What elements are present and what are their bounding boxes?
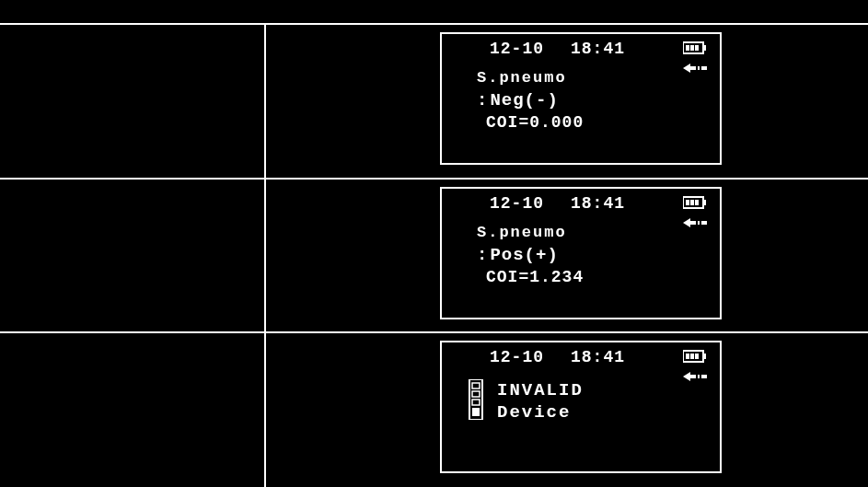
device-screen-neg: 12-10 18:41 <box>440 32 722 165</box>
svg-rect-9 <box>703 200 706 205</box>
svg-rect-4 <box>695 45 699 51</box>
svg-rect-19 <box>690 354 694 359</box>
date-label: 12-10 <box>490 348 544 366</box>
svg-rect-1 <box>703 45 706 51</box>
coi-value: COI=1.234 <box>477 266 711 288</box>
test-name: S.pneumo <box>477 222 711 244</box>
svg-rect-26 <box>472 391 480 397</box>
svg-rect-18 <box>686 354 689 359</box>
table-row: 12-10 18:41 <box>0 25 868 178</box>
battery-icon <box>683 196 707 209</box>
svg-rect-12 <box>695 200 699 205</box>
invalid-line1: INVALID <box>497 379 584 401</box>
svg-rect-20 <box>695 354 699 359</box>
table-row: 12-10 18:41 <box>0 333 868 487</box>
svg-rect-25 <box>472 383 480 388</box>
time-label: 18:41 <box>571 40 625 58</box>
svg-rect-2 <box>686 45 689 51</box>
device-screen-pos: 12-10 18:41 <box>440 187 722 319</box>
date-label: 12-10 <box>490 194 544 213</box>
time-label: 18:41 <box>571 348 625 366</box>
table-row: 12-10 18:41 <box>0 180 868 331</box>
coi-value: COI=0.000 <box>477 111 711 133</box>
status-bar: 12-10 18:41 <box>442 40 720 62</box>
result-body: S.pneumo Pos(+) COI=1.234 <box>477 222 711 310</box>
status-bar: 12-10 18:41 <box>442 194 720 216</box>
status-bar: 12-10 18:41 <box>442 348 720 370</box>
invalid-body: INVALID Device <box>468 379 711 423</box>
test-name: S.pneumo <box>477 67 711 89</box>
svg-rect-27 <box>472 400 480 405</box>
invalid-text: INVALID Device <box>497 379 584 423</box>
invalid-line2: Device <box>497 401 584 423</box>
page: 12-10 18:41 <box>0 0 868 487</box>
svg-rect-3 <box>690 45 694 51</box>
svg-rect-10 <box>686 200 689 205</box>
date-label: 12-10 <box>490 40 544 58</box>
time-label: 18:41 <box>571 194 625 213</box>
result-value: Pos(+) <box>477 244 711 266</box>
svg-rect-17 <box>703 354 706 359</box>
result-value: Neg(-) <box>477 89 711 111</box>
device-screen-invalid: 12-10 18:41 <box>440 341 722 473</box>
svg-rect-28 <box>472 408 480 416</box>
result-body: S.pneumo Neg(-) COI=0.000 <box>477 67 711 156</box>
battery-icon <box>683 350 707 363</box>
svg-rect-11 <box>690 200 694 205</box>
device-icon <box>468 379 484 420</box>
battery-icon <box>683 41 707 54</box>
